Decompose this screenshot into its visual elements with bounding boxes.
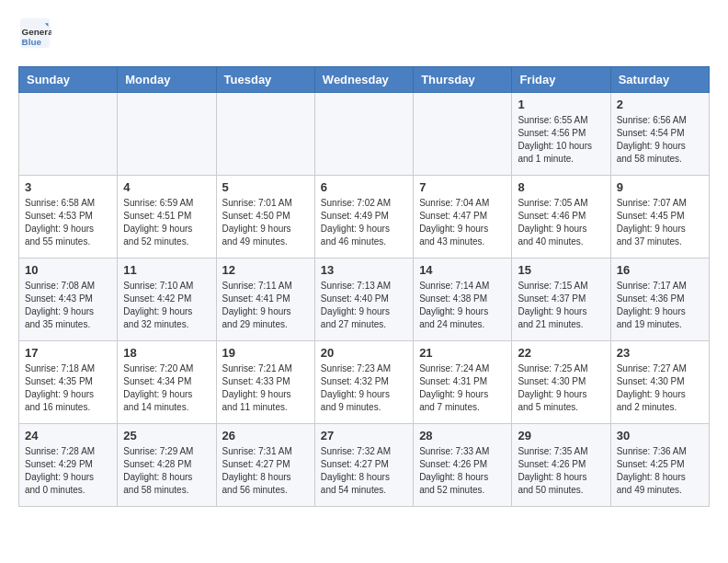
day-info: Sunrise: 7:35 AM Sunset: 4:26 PM Dayligh… [518, 445, 604, 497]
day-info: Sunrise: 6:55 AM Sunset: 4:56 PM Dayligh… [518, 114, 604, 166]
day-number: 24 [25, 429, 111, 442]
day-info: Sunrise: 7:01 AM Sunset: 4:50 PM Dayligh… [222, 197, 309, 248]
day-number: 3 [25, 180, 111, 194]
calendar-cell: 3Sunrise: 6:58 AM Sunset: 4:53 PM Daylig… [19, 176, 118, 259]
day-number: 22 [518, 346, 604, 360]
calendar-cell: 24Sunrise: 7:28 AM Sunset: 4:29 PM Dayli… [19, 424, 118, 507]
day-number: 18 [123, 346, 210, 360]
day-number: 19 [222, 346, 309, 360]
day-info: Sunrise: 7:25 AM Sunset: 4:30 PM Dayligh… [518, 362, 604, 414]
calendar-week-4: 17Sunrise: 7:18 AM Sunset: 4:35 PM Dayli… [19, 341, 710, 424]
calendar-cell [414, 93, 512, 176]
day-info: Sunrise: 7:24 AM Sunset: 4:31 PM Dayligh… [419, 362, 506, 414]
logo-icon: General Blue [18, 17, 51, 50]
weekday-header-tuesday: Tuesday [216, 67, 314, 93]
day-info: Sunrise: 7:13 AM Sunset: 4:40 PM Dayligh… [321, 280, 407, 331]
day-info: Sunrise: 7:14 AM Sunset: 4:38 PM Dayligh… [419, 280, 506, 331]
day-number: 14 [419, 263, 506, 277]
calendar-cell: 13Sunrise: 7:13 AM Sunset: 4:40 PM Dayli… [314, 259, 413, 341]
day-info: Sunrise: 7:33 AM Sunset: 4:26 PM Dayligh… [419, 445, 506, 497]
weekday-header-row: SundayMondayTuesdayWednesdayThursdayFrid… [19, 67, 710, 93]
calendar-cell: 29Sunrise: 7:35 AM Sunset: 4:26 PM Dayli… [512, 424, 610, 507]
day-number: 27 [321, 429, 407, 442]
calendar-table: SundayMondayTuesdayWednesdayThursdayFrid… [18, 66, 710, 507]
day-info: Sunrise: 6:59 AM Sunset: 4:51 PM Dayligh… [123, 197, 210, 248]
day-number: 17 [25, 346, 111, 360]
day-info: Sunrise: 7:02 AM Sunset: 4:49 PM Dayligh… [321, 197, 407, 248]
calendar-week-3: 10Sunrise: 7:08 AM Sunset: 4:43 PM Dayli… [19, 259, 710, 341]
logo: General Blue [18, 18, 55, 52]
calendar-cell: 9Sunrise: 7:07 AM Sunset: 4:45 PM Daylig… [610, 176, 709, 259]
calendar-cell: 10Sunrise: 7:08 AM Sunset: 4:43 PM Dayli… [19, 259, 118, 341]
calendar-cell [19, 93, 118, 176]
day-number: 30 [617, 429, 703, 442]
calendar-cell: 23Sunrise: 7:27 AM Sunset: 4:30 PM Dayli… [610, 341, 709, 424]
weekday-header-friday: Friday [512, 67, 610, 93]
calendar-cell [118, 93, 216, 176]
day-info: Sunrise: 7:21 AM Sunset: 4:33 PM Dayligh… [222, 362, 309, 414]
calendar-week-2: 3Sunrise: 6:58 AM Sunset: 4:53 PM Daylig… [19, 176, 710, 259]
day-info: Sunrise: 7:20 AM Sunset: 4:34 PM Dayligh… [123, 362, 210, 414]
calendar-cell: 7Sunrise: 7:04 AM Sunset: 4:47 PM Daylig… [414, 176, 512, 259]
calendar-cell: 20Sunrise: 7:23 AM Sunset: 4:32 PM Dayli… [314, 341, 413, 424]
calendar-cell: 27Sunrise: 7:32 AM Sunset: 4:27 PM Dayli… [314, 424, 413, 507]
day-info: Sunrise: 6:58 AM Sunset: 4:53 PM Dayligh… [25, 197, 111, 248]
day-info: Sunrise: 7:08 AM Sunset: 4:43 PM Dayligh… [25, 280, 111, 331]
day-number: 20 [321, 346, 407, 360]
day-number: 4 [123, 180, 210, 194]
day-number: 29 [518, 429, 604, 442]
calendar-cell: 15Sunrise: 7:15 AM Sunset: 4:37 PM Dayli… [512, 259, 610, 341]
day-number: 2 [617, 98, 703, 111]
calendar-header: SundayMondayTuesdayWednesdayThursdayFrid… [19, 67, 710, 93]
calendar-cell: 4Sunrise: 6:59 AM Sunset: 4:51 PM Daylig… [118, 176, 216, 259]
day-info: Sunrise: 7:36 AM Sunset: 4:25 PM Dayligh… [617, 445, 703, 497]
day-number: 13 [321, 263, 407, 277]
day-number: 6 [321, 180, 407, 194]
day-number: 16 [617, 263, 703, 277]
day-info: Sunrise: 7:17 AM Sunset: 4:36 PM Dayligh… [617, 280, 703, 331]
calendar-cell: 17Sunrise: 7:18 AM Sunset: 4:35 PM Dayli… [19, 341, 118, 424]
day-number: 11 [123, 263, 210, 277]
day-info: Sunrise: 7:23 AM Sunset: 4:32 PM Dayligh… [321, 362, 407, 414]
calendar-cell: 21Sunrise: 7:24 AM Sunset: 4:31 PM Dayli… [414, 341, 512, 424]
day-info: Sunrise: 7:31 AM Sunset: 4:27 PM Dayligh… [222, 445, 309, 497]
day-number: 5 [222, 180, 309, 194]
calendar-week-1: 1Sunrise: 6:55 AM Sunset: 4:56 PM Daylig… [19, 93, 710, 176]
page-header: General Blue [18, 18, 710, 52]
calendar-cell: 1Sunrise: 6:55 AM Sunset: 4:56 PM Daylig… [512, 93, 610, 176]
day-number: 15 [518, 263, 604, 277]
day-info: Sunrise: 6:56 AM Sunset: 4:54 PM Dayligh… [617, 114, 703, 166]
calendar-cell: 5Sunrise: 7:01 AM Sunset: 4:50 PM Daylig… [216, 176, 314, 259]
day-number: 8 [518, 180, 604, 194]
calendar-cell: 6Sunrise: 7:02 AM Sunset: 4:49 PM Daylig… [314, 176, 413, 259]
day-number: 25 [123, 429, 210, 442]
day-number: 26 [222, 429, 309, 442]
calendar-cell [216, 93, 314, 176]
calendar-body: 1Sunrise: 6:55 AM Sunset: 4:56 PM Daylig… [19, 93, 710, 507]
calendar-cell: 30Sunrise: 7:36 AM Sunset: 4:25 PM Dayli… [610, 424, 709, 507]
calendar-cell: 26Sunrise: 7:31 AM Sunset: 4:27 PM Dayli… [216, 424, 314, 507]
calendar-cell [314, 93, 413, 176]
day-info: Sunrise: 7:15 AM Sunset: 4:37 PM Dayligh… [518, 280, 604, 331]
calendar-cell: 28Sunrise: 7:33 AM Sunset: 4:26 PM Dayli… [414, 424, 512, 507]
day-info: Sunrise: 7:28 AM Sunset: 4:29 PM Dayligh… [25, 445, 111, 497]
calendar-cell: 12Sunrise: 7:11 AM Sunset: 4:41 PM Dayli… [216, 259, 314, 341]
day-number: 23 [617, 346, 703, 360]
day-info: Sunrise: 7:27 AM Sunset: 4:30 PM Dayligh… [617, 362, 703, 414]
day-number: 12 [222, 263, 309, 277]
weekday-header-monday: Monday [118, 67, 216, 93]
calendar-cell: 25Sunrise: 7:29 AM Sunset: 4:28 PM Dayli… [118, 424, 216, 507]
weekday-header-saturday: Saturday [610, 67, 709, 93]
calendar-cell: 19Sunrise: 7:21 AM Sunset: 4:33 PM Dayli… [216, 341, 314, 424]
calendar-cell: 16Sunrise: 7:17 AM Sunset: 4:36 PM Dayli… [610, 259, 709, 341]
day-number: 7 [419, 180, 506, 194]
calendar-cell: 22Sunrise: 7:25 AM Sunset: 4:30 PM Dayli… [512, 341, 610, 424]
day-info: Sunrise: 7:18 AM Sunset: 4:35 PM Dayligh… [25, 362, 111, 414]
day-number: 21 [419, 346, 506, 360]
day-info: Sunrise: 7:07 AM Sunset: 4:45 PM Dayligh… [617, 197, 703, 248]
calendar-cell: 8Sunrise: 7:05 AM Sunset: 4:46 PM Daylig… [512, 176, 610, 259]
svg-text:General: General [22, 27, 51, 37]
day-info: Sunrise: 7:29 AM Sunset: 4:28 PM Dayligh… [123, 445, 210, 497]
day-info: Sunrise: 7:11 AM Sunset: 4:41 PM Dayligh… [222, 280, 309, 331]
day-number: 28 [419, 429, 506, 442]
